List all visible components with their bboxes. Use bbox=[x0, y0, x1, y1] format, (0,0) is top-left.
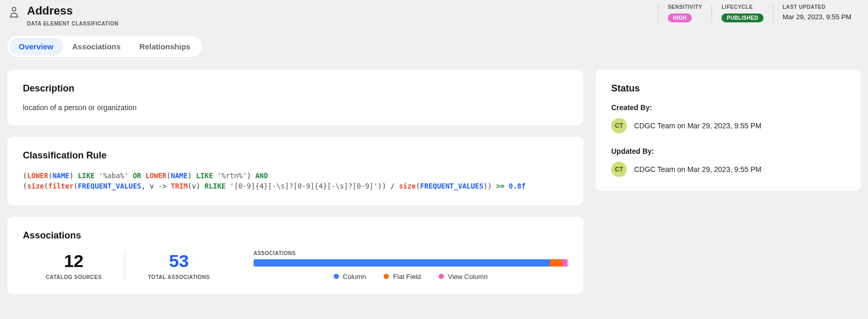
updated-by-avatar: CT bbox=[611, 162, 627, 177]
status-card: Status Created By: CT CDGC Team on Mar 2… bbox=[596, 70, 861, 191]
tab-relationships[interactable]: Relationships bbox=[130, 38, 200, 55]
dot-icon bbox=[384, 274, 389, 279]
associations-bar-chart bbox=[254, 259, 568, 267]
bar-segment bbox=[562, 259, 568, 267]
legend-view-column: View Column bbox=[439, 273, 488, 281]
legend-flat-field: Flat Field bbox=[384, 273, 420, 281]
lifecycle-label: LIFECYCLE bbox=[721, 4, 763, 10]
title-block: Address DATA ELEMENT CLASSIFICATION bbox=[7, 4, 119, 26]
created-by-label: Created By: bbox=[611, 103, 845, 112]
last-updated-value: Mar 29, 2023, 9:55 PM bbox=[783, 13, 851, 21]
bar-segment bbox=[550, 259, 562, 267]
description-text: location of a person or organization bbox=[23, 103, 568, 112]
tabs: Overview Associations Relationships bbox=[7, 36, 202, 57]
description-heading: Description bbox=[23, 83, 568, 94]
page-subtitle: DATA ELEMENT CLASSIFICATION bbox=[27, 21, 119, 26]
svg-point-0 bbox=[12, 7, 16, 11]
tab-overview[interactable]: Overview bbox=[9, 38, 63, 55]
associations-legend: Column Flat Field View Column bbox=[254, 273, 568, 281]
total-associations-label: TOTAL ASSOCIATIONS bbox=[148, 274, 210, 280]
catalog-sources-label: CATALOG SOURCES bbox=[46, 274, 102, 280]
classification-rule-card: Classification Rule (LOWER(NAME) LIKE '%… bbox=[7, 137, 583, 205]
updated-by-label: Updated By: bbox=[611, 147, 845, 155]
associations-chart-label: ASSOCIATIONS bbox=[254, 250, 568, 256]
rule-expression-line2: (size(filter(FREQUENT_VALUES, v -> TRIM(… bbox=[23, 181, 568, 191]
created-by-text: CDGC Team on Mar 29, 2023, 9:55 PM bbox=[634, 122, 761, 130]
rule-expression: (LOWER(NAME) LIKE '%aba%' OR LOWER(NAME)… bbox=[23, 170, 568, 181]
total-associations-value: 53 bbox=[148, 251, 210, 271]
updated-by-text: CDGC Team on Mar 29, 2023, 9:55 PM bbox=[634, 165, 761, 174]
associations-heading: Associations bbox=[23, 230, 568, 241]
dot-icon bbox=[334, 274, 339, 279]
sensitivity-badge: HIGH bbox=[668, 14, 692, 22]
classification-icon bbox=[7, 5, 21, 19]
description-card: Description location of a person or orga… bbox=[7, 70, 583, 125]
tab-associations[interactable]: Associations bbox=[63, 38, 130, 55]
lifecycle-badge: PUBLISHED bbox=[721, 14, 763, 22]
rule-heading: Classification Rule bbox=[23, 150, 568, 161]
sensitivity-label: SENSITIVITY bbox=[668, 4, 703, 10]
status-heading: Status bbox=[611, 83, 845, 94]
legend-column: Column bbox=[334, 273, 366, 281]
page-title: Address bbox=[27, 4, 119, 18]
last-updated-label: LAST UPDATED bbox=[783, 4, 851, 10]
catalog-sources-value: 12 bbox=[46, 251, 102, 271]
meta-block: SENSITIVITY HIGH LIFECYCLE PUBLISHED LAS… bbox=[658, 4, 861, 22]
associations-card: Associations 12 CATALOG SOURCES 53 TOTAL… bbox=[7, 217, 583, 294]
created-by-avatar: CT bbox=[611, 118, 627, 134]
dot-icon bbox=[439, 274, 444, 279]
bar-segment bbox=[254, 259, 550, 267]
